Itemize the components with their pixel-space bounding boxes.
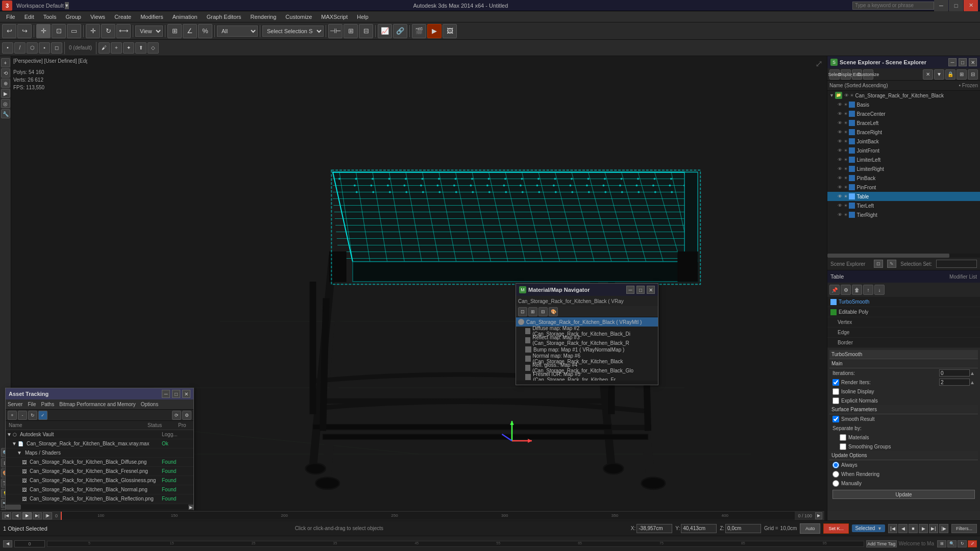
mod-vertex[interactable]: Vertex	[827, 317, 980, 328]
coord-y-input[interactable]	[681, 524, 717, 533]
asset-settings-btn[interactable]: ⚙	[182, 411, 191, 420]
mod-editable-poly[interactable]: Editable Poly	[827, 307, 980, 317]
se-item-tierright[interactable]: 👁 ☀ TierRight	[827, 210, 980, 219]
menu-edit[interactable]: Edit	[20, 13, 38, 21]
asset-row-normal[interactable]: 🖼 Can_Storage_Rack_for_Kitchen_Black_Nor…	[6, 485, 193, 494]
asset-maximize-btn[interactable]: □	[172, 390, 180, 398]
asset-menu-paths[interactable]: Paths	[41, 402, 55, 407]
menu-customize[interactable]: Customize	[281, 13, 316, 21]
asset-row-reflection[interactable]: 🖼 Can_Storage_Rack_for_Kitchen_Black_Ref…	[6, 494, 193, 504]
render-setup-button[interactable]: 🎬	[412, 24, 426, 38]
asset-h-scrollbar[interactable]: ▶	[6, 505, 193, 510]
ts-main-header[interactable]: Main	[829, 359, 978, 368]
nav-left-btn[interactable]: ◀	[3, 540, 12, 547]
pb-play[interactable]: ▶	[919, 524, 928, 533]
filters-btn[interactable]: Filters...	[951, 524, 977, 533]
render-button[interactable]: ▶	[427, 24, 442, 38]
se-item-jointback[interactable]: 👁 ☀ JointBack	[827, 137, 980, 146]
se-filter-btn[interactable]: ▼	[934, 69, 944, 80]
mod-pin-btn[interactable]: 📌	[829, 285, 840, 295]
sub-obj-elem[interactable]: ◻	[51, 42, 62, 54]
asset-close-btn[interactable]: ✕	[182, 390, 190, 398]
se-collapse-btn[interactable]: ⊟	[968, 69, 978, 80]
ts-iter-up[interactable]: ▲	[970, 370, 975, 376]
mod-down-btn[interactable]: ↓	[874, 285, 885, 295]
undo-button[interactable]: ↩	[2, 24, 16, 38]
pb-stop[interactable]: ■	[909, 524, 918, 533]
ts-surface-header[interactable]: Surface Parameters	[829, 405, 978, 414]
mod-up-btn[interactable]: ↑	[863, 285, 873, 295]
se-item-pinfront[interactable]: 👁 ☀ PinFront	[827, 183, 980, 192]
mod-border[interactable]: Border	[827, 338, 980, 348]
se-item-tierleft[interactable]: 👁 ☀ TierLeft	[827, 201, 980, 210]
anim-next-btn[interactable]: ▶|	[33, 512, 42, 519]
pb-start[interactable]: |◀	[888, 524, 897, 533]
anim-end-btn[interactable]: |▶	[43, 512, 52, 519]
mat-close-btn[interactable]: ✕	[647, 286, 655, 294]
se-lock-icon[interactable]: ⊡	[874, 260, 883, 268]
modifier-list[interactable]: TurboSmooth Editable Poly Vertex Edge Bo…	[827, 297, 980, 348]
pb-next[interactable]: ▶|	[929, 524, 938, 533]
asset-row-vault[interactable]: ▼ ⬡ Autodesk Vault Logg...	[6, 430, 193, 439]
sub-obj-border[interactable]: ⬡	[27, 42, 38, 54]
se-item-pinback[interactable]: 👁 ☀ PinBack	[827, 173, 980, 183]
ts-render-iters-check[interactable]	[832, 379, 839, 386]
ts-update-header[interactable]: Update Options	[829, 451, 978, 460]
select-name-button[interactable]: ⊡	[52, 24, 66, 38]
search-input[interactable]	[852, 2, 934, 10]
named-selection-dropdown[interactable]: Select Selection Set	[262, 26, 324, 37]
asset-menu-server[interactable]: Server	[8, 402, 22, 407]
mat-maximize-btn[interactable]: □	[636, 286, 645, 294]
mat-tb2[interactable]: ⊞	[528, 307, 537, 316]
se-item-limiterleft[interactable]: 👁 ☀ LimiterLeft	[827, 155, 980, 164]
se-item-root[interactable]: ▼ 📁 👁 ☀ Can_Storage_Rack_for_Kitchen_Bla…	[827, 91, 980, 100]
se-customize-menu[interactable]: Customize	[863, 69, 873, 80]
menu-file[interactable]: File	[2, 13, 19, 21]
sub-obj-vertex[interactable]: •	[2, 42, 13, 54]
menu-views[interactable]: Views	[86, 13, 109, 21]
ts-explicit-check[interactable]	[832, 397, 839, 404]
menu-rendering[interactable]: Rendering	[247, 13, 281, 21]
menu-maxscript[interactable]: MAXScript	[317, 13, 352, 21]
ts-iterations-input[interactable]	[939, 369, 970, 377]
view-orbit-btn[interactable]: ↻	[958, 540, 967, 547]
minimize-button[interactable]: ─	[934, 0, 948, 11]
mod-delete-btn[interactable]: 🗑	[852, 285, 862, 295]
se-item-basis[interactable]: 👁 ☀ Basis	[827, 100, 980, 109]
asset-table[interactable]: Name Status Pro ▼ ⬡ Autodesk Vault Logg.…	[6, 421, 193, 505]
se-minimize-btn[interactable]: ─	[948, 58, 957, 66]
asset-row-max[interactable]: ▼ 📄 Can_Storage_Rack_for_Kitchen_Black_m…	[6, 439, 193, 448]
view-pan-btn[interactable]: ⊞	[937, 540, 946, 547]
mat-list[interactable]: Can_Storage_Rack_for_Kitchen_Black ( VRa…	[516, 317, 658, 381]
coord-z-input[interactable]	[725, 524, 761, 533]
anim-prev-btn[interactable]: ◀	[12, 512, 21, 519]
se-item-jointfront[interactable]: 👁 ☀ JointFront	[827, 146, 980, 155]
view-maximize-btn[interactable]: ⤢	[968, 540, 977, 547]
paint-button[interactable]: 🖌	[99, 42, 110, 54]
redo-button[interactable]: ↪	[17, 24, 32, 38]
select-button[interactable]: ✛	[36, 24, 51, 38]
sub-obj-poly[interactable]: ▪	[39, 42, 50, 54]
asset-row-fresnel[interactable]: 🖼 Can_Storage_Rack_for_Kitchen_Black_Fre…	[6, 467, 193, 476]
edit-geom-button[interactable]: +	[111, 42, 122, 54]
extrude-button[interactable]: ⬆	[135, 42, 146, 54]
mat-scrollbar[interactable]	[516, 381, 658, 385]
menu-create[interactable]: Create	[110, 13, 135, 21]
se-item-bracecenter[interactable]: 👁 ☀ BraceCenter	[827, 109, 980, 118]
snap-toggle[interactable]: ⊞	[167, 24, 182, 38]
move-button[interactable]: ✛	[86, 24, 100, 38]
rotate-button[interactable]: ↻	[101, 24, 115, 38]
mat-tb4[interactable]: 🎨	[549, 307, 558, 316]
render-frame-button[interactable]: 🖼	[443, 24, 457, 38]
se-edit-icon[interactable]: ✎	[887, 260, 896, 268]
set-key-btn[interactable]: Set K...	[823, 523, 849, 534]
curve-editor-button[interactable]: 📈	[378, 24, 392, 38]
percent-snap[interactable]: %	[198, 24, 212, 38]
mirror-button[interactable]: ⊣⊢	[328, 24, 342, 38]
asset-row-glossiness[interactable]: 🖼 Can_Storage_Rack_for_Kitchen_Black_Glo…	[6, 476, 193, 485]
se-item-braceleft[interactable]: 👁 ☀ BraceLeft	[827, 118, 980, 128]
asset-menu-bitmap[interactable]: Bitmap Performance and Memory	[59, 402, 136, 407]
reference-coord-dropdown[interactable]: View	[135, 26, 163, 37]
se-scrollbar[interactable]	[827, 254, 980, 258]
ts-riter-up[interactable]: ▲	[970, 380, 975, 385]
